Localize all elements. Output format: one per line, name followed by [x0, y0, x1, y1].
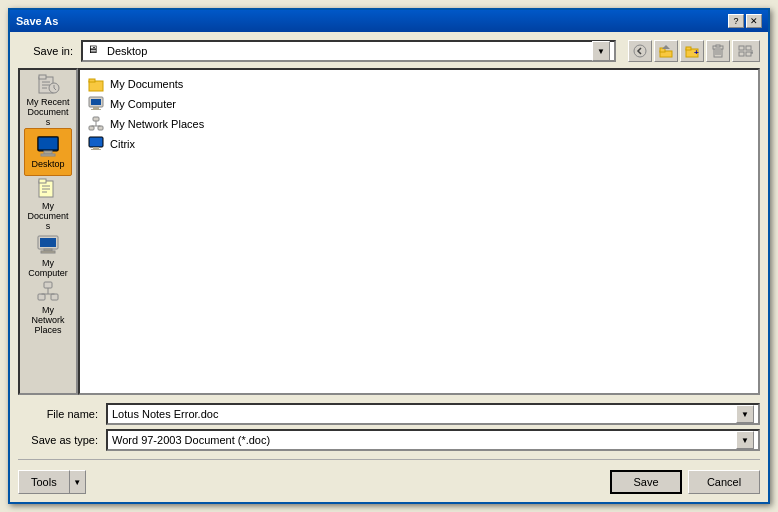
dialog-content: Save in: 🖥 Desktop ▼ +	[10, 32, 768, 502]
svg-rect-45	[93, 107, 99, 109]
toolbar-buttons: +	[628, 40, 760, 62]
help-button[interactable]: ?	[728, 14, 744, 28]
filename-label: File name:	[18, 408, 98, 420]
list-item[interactable]: My Documents	[84, 74, 754, 94]
svg-rect-13	[746, 46, 751, 50]
sidebar-mydocs-label: My Documents	[26, 202, 70, 232]
svg-rect-34	[41, 251, 55, 253]
title-bar: Save As ? ✕	[10, 10, 768, 32]
svg-rect-46	[91, 109, 101, 110]
network-icon	[36, 280, 60, 304]
svg-rect-49	[98, 126, 103, 130]
cancel-label: Cancel	[707, 476, 741, 488]
svg-point-0	[634, 45, 646, 57]
svg-rect-12	[739, 46, 744, 50]
save-in-value: Desktop	[107, 45, 588, 57]
action-buttons: Save Cancel	[610, 470, 760, 494]
save-button[interactable]: Save	[610, 470, 682, 494]
file-name-networkplaces: My Network Places	[110, 118, 204, 130]
title-bar-buttons: ? ✕	[728, 14, 762, 28]
sidebar-mycomputer-label: My Computer	[26, 259, 70, 279]
sidebar-item-network[interactable]: My Network Places	[24, 284, 72, 332]
save-as-dialog: Save As ? ✕ Save in: 🖥 Desktop ▼	[8, 8, 770, 504]
list-item[interactable]: My Network Places	[84, 114, 754, 134]
sidebar-item-mycomputer[interactable]: My Computer	[24, 232, 72, 280]
mycomputer-icon	[36, 233, 60, 257]
svg-rect-4	[686, 47, 691, 50]
svg-text:+: +	[694, 48, 699, 57]
svg-rect-53	[89, 137, 103, 147]
svg-rect-35	[44, 282, 52, 288]
divider	[18, 459, 760, 460]
svg-rect-44	[91, 99, 101, 105]
create-folder-button[interactable]: +	[680, 40, 704, 62]
left-sidebar: My Recent Documents Desktop My Documents	[18, 68, 78, 395]
svg-rect-48	[89, 126, 94, 130]
svg-rect-47	[93, 117, 99, 121]
delete-button[interactable]	[706, 40, 730, 62]
file-list-area[interactable]: My Documents My Computer My Network Plac…	[78, 68, 760, 395]
views-button[interactable]	[732, 40, 760, 62]
mydocs-icon	[36, 176, 60, 200]
filetype-dropdown-arrow[interactable]: ▼	[736, 431, 754, 449]
filetype-row: Save as type: Word 97-2003 Document (*.d…	[18, 429, 760, 451]
sidebar-item-mydocs[interactable]: My Documents	[24, 180, 72, 228]
cancel-button[interactable]: Cancel	[688, 470, 760, 494]
computer-icon	[88, 96, 104, 112]
bottom-fields: File name: Lotus Notes Error.doc ▼ Save …	[18, 401, 760, 451]
save-in-combo[interactable]: 🖥 Desktop ▼	[81, 40, 616, 62]
sidebar-item-desktop[interactable]: Desktop	[24, 128, 72, 176]
dialog-title: Save As	[16, 15, 58, 27]
sidebar-item-recent[interactable]: My Recent Documents	[24, 76, 72, 124]
svg-rect-8	[716, 45, 720, 47]
tools-group: Tools ▼	[18, 470, 86, 494]
svg-rect-17	[39, 75, 46, 79]
file-name-citrix: Citrix	[110, 138, 135, 150]
save-in-row: Save in: 🖥 Desktop ▼ +	[18, 40, 760, 62]
sidebar-recent-label: My Recent Documents	[26, 98, 70, 128]
main-area: My Recent Documents Desktop My Documents	[18, 68, 760, 395]
filetype-combo[interactable]: Word 97-2003 Document (*.doc) ▼	[106, 429, 760, 451]
filename-row: File name: Lotus Notes Error.doc ▼	[18, 403, 760, 425]
tools-button[interactable]: Tools	[18, 470, 70, 494]
list-item[interactable]: My Computer	[84, 94, 754, 114]
svg-rect-36	[38, 294, 45, 300]
back-button[interactable]	[628, 40, 652, 62]
filetype-label: Save as type:	[18, 434, 98, 446]
desktop-sidebar-icon	[36, 134, 60, 158]
save-in-dropdown-arrow[interactable]: ▼	[592, 41, 610, 61]
filetype-value: Word 97-2003 Document (*.doc)	[112, 434, 736, 446]
tools-dropdown-arrow[interactable]: ▼	[70, 470, 86, 494]
desktop-icon: 🖥	[87, 43, 103, 59]
svg-rect-25	[41, 154, 55, 156]
svg-rect-27	[39, 179, 46, 183]
save-label: Save	[633, 476, 658, 488]
list-item[interactable]: Citrix	[84, 134, 754, 154]
svg-rect-23	[38, 137, 58, 150]
up-folder-button[interactable]	[654, 40, 678, 62]
close-button[interactable]: ✕	[746, 14, 762, 28]
tools-label: Tools	[31, 476, 57, 488]
svg-rect-54	[93, 147, 99, 149]
folder-icon	[88, 76, 104, 92]
svg-rect-15	[746, 52, 751, 56]
svg-rect-55	[91, 149, 101, 150]
action-row: Tools ▼ Save Cancel	[18, 468, 760, 494]
svg-rect-37	[51, 294, 58, 300]
recent-icon	[36, 72, 60, 96]
citrix-icon	[88, 136, 104, 152]
filename-combo[interactable]: Lotus Notes Error.doc ▼	[106, 403, 760, 425]
svg-rect-42	[89, 79, 95, 82]
save-in-label: Save in:	[18, 45, 73, 57]
svg-rect-32	[40, 238, 56, 247]
sidebar-network-label: My Network Places	[26, 306, 70, 336]
file-name-mydocuments: My Documents	[110, 78, 183, 90]
filename-value: Lotus Notes Error.doc	[112, 408, 736, 420]
svg-rect-14	[739, 52, 744, 56]
filename-dropdown-arrow[interactable]: ▼	[736, 405, 754, 423]
file-name-mycomputer: My Computer	[110, 98, 176, 110]
sidebar-desktop-label: Desktop	[31, 160, 64, 170]
network-places-icon	[88, 116, 104, 132]
